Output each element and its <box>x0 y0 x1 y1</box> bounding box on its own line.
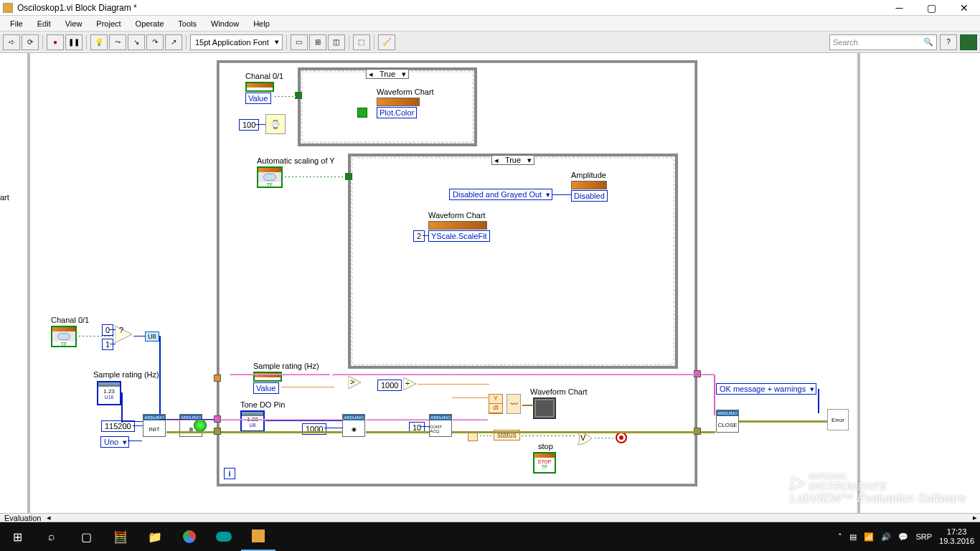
control-autoy[interactable]: TF <box>257 166 283 188</box>
wire <box>593 438 616 438</box>
highlight-button[interactable]: 💡 <box>90 34 108 50</box>
arduino-app[interactable] <box>207 522 241 551</box>
prop-yscale[interactable]: YScale.ScaleFit <box>428 230 490 242</box>
chrome-app[interactable] <box>172 522 207 551</box>
case-selector-top[interactable]: True <box>366 69 409 79</box>
start-button[interactable]: ⊞ <box>0 522 34 551</box>
arduino-close-vi[interactable]: ARDUINOCLOSE <box>716 410 739 433</box>
tunnel-err-r <box>694 428 701 435</box>
arduino-tone-vi[interactable]: ARDUINO◉ <box>342 414 365 437</box>
label-wfchart-ind: Waveform Chart <box>530 387 588 396</box>
control-chanal-top[interactable] <box>245 82 274 92</box>
distribute-button[interactable]: ⊞ <box>309 34 326 50</box>
bundle-node[interactable]: Y dt <box>489 394 503 414</box>
menu-tools[interactable]: Tools <box>172 18 202 29</box>
compare-node[interactable]: > <box>348 376 364 390</box>
prop-value-top[interactable]: Value <box>245 93 271 104</box>
pause-button[interactable]: ❚❚ <box>65 34 83 50</box>
cleanup-button[interactable]: 🧹 <box>378 34 395 50</box>
case-selector-mid[interactable]: True <box>491 155 534 165</box>
search-input[interactable]: Search🔍 <box>829 34 937 50</box>
tray-lang[interactable]: SRP <box>915 532 932 541</box>
wire <box>452 419 488 420</box>
menu-view[interactable]: View <box>60 18 88 29</box>
tray-notif-icon[interactable]: 💬 <box>898 532 908 542</box>
wire <box>324 428 343 428</box>
stop-terminal[interactable] <box>616 432 627 443</box>
font-selector[interactable]: 15pt Application Font <box>190 34 283 50</box>
icon-editor-button[interactable] <box>960 34 977 50</box>
menu-help[interactable]: Help <box>248 18 275 29</box>
labview-app[interactable] <box>241 522 275 551</box>
calc-app[interactable]: 🧮 <box>103 522 138 551</box>
eval-label: Evaluation <box>1 514 44 522</box>
menu-file[interactable]: File <box>4 18 29 29</box>
divide-node[interactable]: ÷ <box>403 377 419 392</box>
control-sample-left[interactable]: 1.23U16 <box>97 381 121 405</box>
prop-plotcolor[interactable]: Plot.Color <box>377 107 417 118</box>
const-115200[interactable]: 115200 <box>101 420 135 432</box>
tray-volume-icon[interactable]: 🔊 <box>881 532 891 542</box>
help-button[interactable]: ? <box>940 34 957 50</box>
maximize-button[interactable]: ▢ <box>915 0 948 15</box>
step-over-button[interactable]: ↷ <box>146 34 164 50</box>
label-autoy: Automatic scaling of Y <box>257 156 335 165</box>
wire <box>332 374 454 375</box>
wire <box>255 124 265 125</box>
menu-window[interactable]: Window <box>205 18 245 29</box>
arduino-acq-vi[interactable]: ARDUINOCONT ACQ. <box>429 414 452 437</box>
explorer-app[interactable]: 📁 <box>138 522 172 551</box>
const-100[interactable]: 100 <box>239 119 259 131</box>
const-2[interactable]: 2 <box>413 230 425 242</box>
step-out-button[interactable]: ↗ <box>165 34 182 50</box>
reorder-button[interactable]: ⬚ <box>353 34 370 50</box>
control-tone[interactable]: 1.23U8 <box>240 410 265 432</box>
resize-button[interactable]: ◫ <box>328 34 345 50</box>
minimize-button[interactable]: ─ <box>883 0 915 15</box>
wire <box>701 374 715 375</box>
menu-edit[interactable]: Edit <box>32 18 57 29</box>
case-structure-mid[interactable]: True <box>348 154 678 369</box>
run-button[interactable]: ➪ <box>3 34 20 50</box>
wire <box>159 336 161 420</box>
control-stop[interactable]: STOPTF <box>533 452 556 474</box>
leftpanel-label-art: art <box>0 193 9 202</box>
tray-wifi-icon[interactable]: 📶 <box>864 532 874 542</box>
conv-u8[interactable]: U8 <box>145 331 159 342</box>
waveform-chart-indicator[interactable] <box>533 397 556 419</box>
const-uno[interactable]: Uno <box>100 436 129 448</box>
block-diagram-canvas[interactable]: art i True Waveform Chart Plot.Color Cha… <box>0 53 980 513</box>
arduino-init-vi[interactable]: ARDUINOINIT <box>143 414 166 437</box>
abort-button[interactable]: ● <box>47 34 64 50</box>
tray-up-icon[interactable]: ˄ <box>838 532 842 542</box>
align-button[interactable]: ▭ <box>291 34 308 50</box>
taskview-button[interactable]: ▢ <box>69 522 103 551</box>
const-1000b[interactable]: 1000 <box>377 380 402 391</box>
error-handler-vi[interactable]: Error <box>827 409 849 430</box>
search-taskbar-button[interactable]: ⌕ <box>34 522 69 551</box>
const-1[interactable]: 1 <box>102 339 113 350</box>
prop-disabled[interactable]: Disabled <box>571 190 608 202</box>
label-sample-left: Sample rating (Hz) <box>93 370 159 379</box>
menu-project[interactable]: Project <box>90 18 126 29</box>
tray-clock[interactable]: 17:23 19.3.2016 <box>939 527 974 546</box>
control-chanal-left[interactable]: TF <box>51 326 77 347</box>
close-button[interactable]: ✕ <box>948 0 980 15</box>
tray-battery-icon[interactable]: ▤ <box>849 532 857 542</box>
run-cont-button[interactable]: ⟳ <box>22 34 39 50</box>
const-disabled-gray[interactable]: Disabled and Grayed Out <box>449 189 552 200</box>
menu-operate[interactable]: Operate <box>130 18 170 29</box>
select-node[interactable]: ? <box>115 326 135 343</box>
wait-ms-node[interactable]: ⌚ <box>265 114 286 134</box>
retain-button[interactable]: ⤳ <box>109 34 126 50</box>
step-into-button[interactable]: ↘ <box>128 34 145 50</box>
build-wf-node[interactable]: 〰 <box>507 394 521 414</box>
scroll-right-button[interactable]: ▸ <box>970 513 980 522</box>
wire <box>818 389 819 413</box>
const-okmsg[interactable]: OK message + warnings <box>716 383 816 395</box>
prop-value-mid[interactable]: Value <box>253 382 279 394</box>
or-node[interactable]: V <box>576 432 593 446</box>
scroll-left-button[interactable]: ◂ <box>44 513 54 522</box>
const-0[interactable]: 0 <box>102 324 113 336</box>
color-constant[interactable] <box>357 108 367 118</box>
